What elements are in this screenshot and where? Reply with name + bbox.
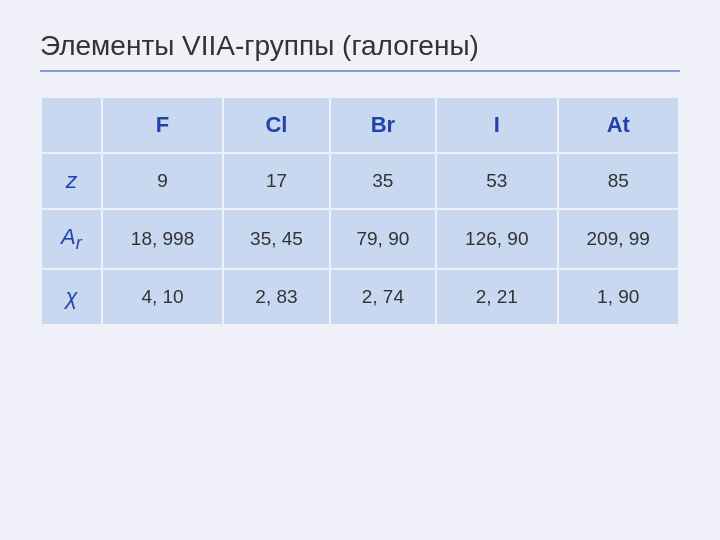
table-row: Ar 18, 998 35, 45 79, 90 126, 90 209, 99	[41, 209, 679, 269]
z-Cl: 17	[223, 153, 329, 209]
Ar-F: 18, 998	[102, 209, 223, 269]
z-Br: 35	[330, 153, 436, 209]
chi-Cl: 2, 83	[223, 269, 329, 325]
row-label-z: z	[41, 153, 102, 209]
Ar-Br: 79, 90	[330, 209, 436, 269]
chi-At: 1, 90	[558, 269, 680, 325]
header-I: I	[436, 97, 557, 153]
Ar-I: 126, 90	[436, 209, 557, 269]
row-label-chi: χ	[41, 269, 102, 325]
z-F: 9	[102, 153, 223, 209]
Ar-At: 209, 99	[558, 209, 680, 269]
z-I: 53	[436, 153, 557, 209]
header-Br: Br	[330, 97, 436, 153]
page-title: Элементы VIIA-группы (галогены)	[40, 30, 680, 72]
header-F: F	[102, 97, 223, 153]
z-At: 85	[558, 153, 680, 209]
chi-Br: 2, 74	[330, 269, 436, 325]
elements-table: F Cl Br I At z 9 17 35 53 85 Ar 18, 998 …	[40, 96, 680, 326]
chi-I: 2, 21	[436, 269, 557, 325]
table-row: χ 4, 10 2, 83 2, 74 2, 21 1, 90	[41, 269, 679, 325]
row-label-Ar: Ar	[41, 209, 102, 269]
Ar-Cl: 35, 45	[223, 209, 329, 269]
chi-F: 4, 10	[102, 269, 223, 325]
header-empty	[41, 97, 102, 153]
header-Cl: Cl	[223, 97, 329, 153]
header-At: At	[558, 97, 680, 153]
table-row: z 9 17 35 53 85	[41, 153, 679, 209]
